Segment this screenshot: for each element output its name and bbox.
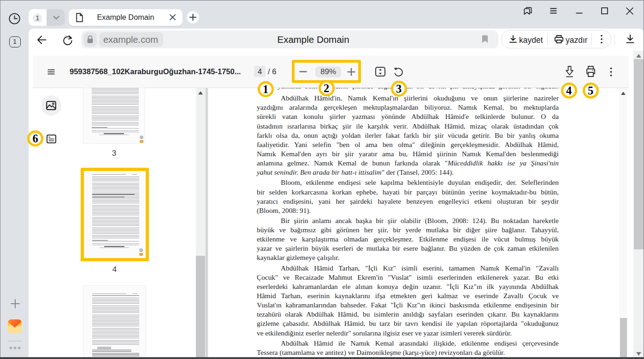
svg-text:1: 1	[36, 14, 40, 22]
